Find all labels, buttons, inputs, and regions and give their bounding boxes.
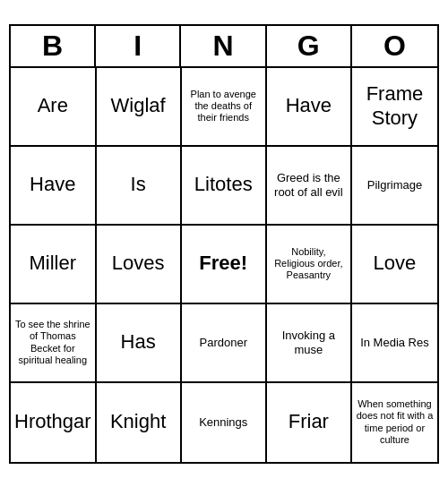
bingo-cell: Has: [97, 304, 182, 383]
cell-text: Hrothgar: [14, 410, 91, 433]
cell-text: Knight: [110, 410, 166, 433]
header-letter: G: [267, 26, 352, 66]
cell-text: Is: [131, 173, 146, 196]
bingo-cell: When something does not fit with a time …: [352, 383, 437, 462]
cell-text: Pardoner: [200, 336, 247, 350]
bingo-cell: Are: [11, 68, 97, 147]
cell-text: Greed is the root of all evil: [271, 171, 347, 199]
bingo-header: BINGO: [11, 26, 437, 68]
bingo-cell: Litotes: [182, 147, 267, 226]
bingo-cell: Nobility, Religious order, Peasantry: [267, 226, 352, 304]
bingo-cell: Love: [352, 226, 437, 304]
cell-text: Free!: [199, 252, 247, 275]
bingo-cell: Pilgrimage: [352, 147, 437, 226]
header-letter: O: [352, 26, 437, 66]
header-letter: I: [96, 26, 181, 66]
bingo-cell: Free!: [182, 226, 267, 304]
bingo-cell: Plan to avenge the deaths of their frien…: [182, 68, 267, 147]
bingo-cell: Invoking a muse: [267, 304, 352, 383]
cell-text: Are: [38, 94, 68, 117]
cell-text: Miller: [30, 252, 77, 275]
bingo-board: BINGO AreWiglafPlan to avenge the deaths…: [9, 24, 439, 464]
bingo-cell: Pardoner: [182, 304, 267, 383]
bingo-cell: Frame Story: [352, 68, 437, 147]
bingo-cell: Friar: [267, 383, 352, 462]
cell-text: Have: [30, 173, 75, 196]
cell-text: Pilgrimage: [367, 178, 422, 192]
bingo-cell: Miller: [11, 226, 97, 304]
cell-text: When something does not fit with a time …: [356, 398, 434, 446]
header-letter: B: [11, 26, 96, 66]
cell-text: To see the shrine of Thomas Becket for s…: [14, 319, 91, 366]
bingo-cell: Wiglaf: [97, 68, 182, 147]
bingo-cell: Have: [11, 147, 97, 226]
bingo-cell: Knight: [97, 383, 182, 462]
bingo-cell: Hrothgar: [11, 383, 97, 462]
cell-text: Litotes: [194, 173, 253, 196]
cell-text: Have: [286, 94, 332, 117]
header-letter: N: [181, 26, 266, 66]
cell-text: Nobility, Religious order, Peasantry: [271, 246, 347, 282]
cell-text: Wiglaf: [111, 94, 166, 117]
bingo-cell: Have: [267, 68, 352, 147]
bingo-cell: To see the shrine of Thomas Becket for s…: [11, 304, 97, 383]
cell-text: In Media Res: [360, 336, 429, 350]
bingo-cell: Loves: [97, 226, 182, 304]
bingo-cell: Is: [97, 147, 182, 226]
cell-text: Has: [121, 330, 156, 354]
cell-text: Love: [374, 252, 417, 275]
bingo-cell: Kennings: [182, 383, 267, 462]
cell-text: Frame Story: [356, 82, 434, 130]
cell-text: Plan to avenge the deaths of their frien…: [185, 89, 262, 124]
bingo-cell: Greed is the root of all evil: [267, 147, 352, 226]
cell-text: Kennings: [199, 415, 247, 430]
cell-text: Invoking a muse: [271, 329, 347, 356]
bingo-grid: AreWiglafPlan to avenge the deaths of th…: [11, 68, 437, 462]
cell-text: Loves: [112, 252, 165, 275]
cell-text: Friar: [289, 410, 329, 433]
bingo-cell: In Media Res: [352, 304, 437, 383]
